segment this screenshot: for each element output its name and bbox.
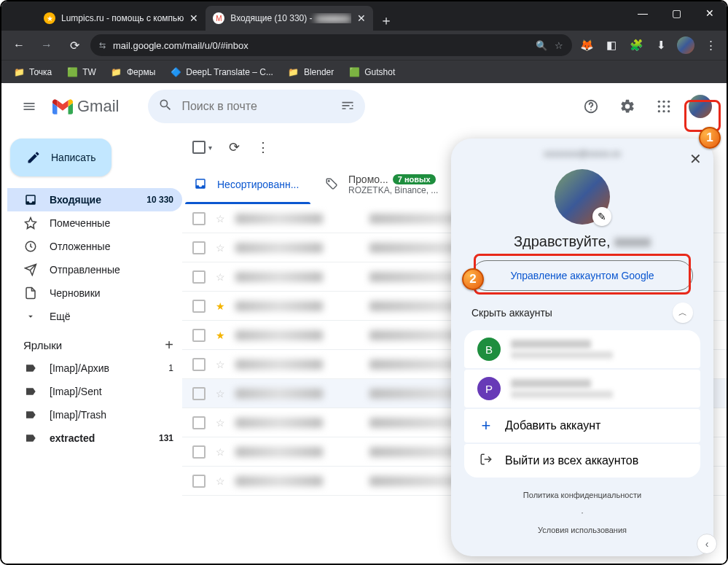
compose-button[interactable]: Написать: [10, 139, 111, 176]
privacy-link[interactable]: Политика конфиденциальности: [458, 486, 706, 504]
bookmark-item[interactable]: 📁Blender: [282, 63, 340, 81]
star-icon[interactable]: ☆: [216, 242, 225, 254]
mail-checkbox[interactable]: [192, 445, 206, 459]
site-info-icon[interactable]: ⇆: [99, 41, 106, 50]
window-close[interactable]: ✕: [693, 1, 727, 24]
search-input[interactable]: [181, 100, 332, 113]
star-icon[interactable]: ★: [216, 300, 225, 312]
label-item[interactable]: [Imap]/Trash: [7, 403, 182, 426]
star-icon[interactable]: ☆: [216, 213, 225, 225]
sidebar-item-star[interactable]: Помеченные: [7, 211, 182, 235]
support-icon[interactable]: [576, 92, 606, 121]
refresh-icon[interactable]: ⟳: [227, 140, 241, 155]
search-in-page-icon[interactable]: 🔍: [536, 40, 547, 51]
sidebar-item-clock[interactable]: Отложенные: [7, 235, 182, 258]
omnibox[interactable]: ⇆ mail.google.com/mail/u/0/#inbox 🔍 ☆: [90, 34, 572, 56]
settings-gear-icon[interactable]: [613, 92, 642, 121]
window-minimize[interactable]: —: [626, 1, 659, 24]
bookmark-label: Gutshot: [364, 67, 395, 77]
bookmark-item[interactable]: 🔷DeepL Translate – С...: [164, 63, 279, 81]
account-avatar[interactable]: [686, 92, 715, 121]
browser-tab-1[interactable]: M Входящие (10 330) - ✕: [206, 6, 373, 31]
ext-generic-icon[interactable]: ◧: [601, 35, 622, 55]
mail-checkbox[interactable]: [192, 416, 206, 429]
close-popup-icon[interactable]: ✕: [689, 150, 702, 168]
bookmark-item[interactable]: 🟩TW: [60, 63, 102, 81]
nav-reload-icon[interactable]: ⟳: [63, 34, 86, 57]
mail-checkbox[interactable]: [192, 270, 206, 284]
bookmark-icon: 📁: [288, 66, 300, 78]
gmail-brand-text: Gmail: [77, 97, 119, 116]
star-icon[interactable]: ☆: [216, 417, 225, 429]
mail-checkbox[interactable]: [192, 358, 206, 371]
downloads-icon[interactable]: ⬇: [651, 35, 671, 55]
profile-avatar-browser[interactable]: [676, 35, 696, 55]
more-icon: [23, 309, 38, 324]
mail-sender: [235, 447, 359, 457]
add-account-row[interactable]: + Добавить аккаунт: [464, 409, 700, 443]
search-bar[interactable]: [148, 90, 365, 123]
extensions-icon[interactable]: 🧩: [626, 35, 646, 55]
star-icon[interactable]: ☆: [216, 446, 225, 458]
other-account-row[interactable]: В: [464, 330, 700, 368]
mail-checkbox[interactable]: [192, 212, 206, 225]
select-all-checkbox[interactable]: [192, 141, 206, 154]
mail-checkbox[interactable]: [192, 387, 206, 400]
sidebar-item-more[interactable]: Ещё: [7, 305, 182, 328]
hide-accounts-toggle[interactable]: Скрыть аккаунты ︿: [458, 291, 706, 330]
sidebar-item-inbox[interactable]: Входящие 10 330: [7, 188, 182, 211]
manage-account-button[interactable]: Управление аккаунтом Google: [471, 260, 693, 291]
tab-promotions[interactable]: Промо... 7 новых ROZETKA, Binance, ...: [313, 165, 450, 204]
close-tab-icon[interactable]: ✕: [357, 12, 366, 24]
label-item[interactable]: [Imap]/Архив 1: [7, 356, 182, 380]
label-item[interactable]: [Imap]/Sent: [7, 380, 182, 403]
star-icon[interactable]: ★: [216, 330, 225, 341]
edit-photo-icon[interactable]: ✎: [592, 207, 611, 226]
mail-checkbox[interactable]: [192, 300, 206, 313]
select-dropdown-icon[interactable]: ▾: [208, 144, 212, 152]
svg-point-6: [662, 105, 665, 107]
sign-out-row[interactable]: Выйти из всех аккаунтов: [464, 444, 700, 478]
star-icon[interactable]: ☆: [216, 271, 225, 283]
label-text: [Imap]/Sent: [50, 386, 102, 397]
more-actions-icon[interactable]: ⋮: [256, 140, 270, 155]
scroll-indicator-icon[interactable]: ‹: [697, 534, 717, 554]
mail-checkbox[interactable]: [192, 241, 206, 254]
mail-checkbox[interactable]: [192, 329, 206, 342]
mail-checkbox[interactable]: [192, 475, 206, 488]
gmail-logo[interactable]: Gmail: [52, 97, 141, 116]
search-options-icon[interactable]: [340, 98, 355, 115]
add-label-icon[interactable]: +: [165, 337, 173, 354]
new-tab-button[interactable]: ＋: [376, 10, 396, 31]
browser-tab-0[interactable]: ★ Lumpics.ru - помощь с компью ✕: [36, 6, 206, 31]
bookmark-item[interactable]: 🟩Gutshot: [343, 63, 401, 81]
window-maximize[interactable]: ▢: [659, 1, 693, 24]
nav-back-icon[interactable]: ←: [7, 34, 31, 57]
nav-forward-icon[interactable]: →: [35, 34, 58, 57]
sidebar-item-draft[interactable]: Черновики: [7, 281, 182, 305]
star-icon[interactable]: ☆: [216, 388, 225, 400]
bookmark-label: TW: [82, 67, 96, 77]
profile-picture[interactable]: ✎: [555, 169, 610, 225]
bookmark-item[interactable]: 📁Фермы: [105, 63, 161, 81]
svg-point-3: [662, 100, 665, 102]
account-footer: Политика конфиденциальности · Условия ис…: [458, 478, 706, 539]
bookmark-star-icon[interactable]: ☆: [555, 40, 563, 51]
star-icon[interactable]: ☆: [216, 475, 225, 487]
bookmark-icon: 🟩: [66, 66, 78, 78]
label-count: 131: [159, 433, 173, 443]
close-tab-icon[interactable]: ✕: [189, 12, 198, 24]
sidebar-item-send[interactable]: Отправленные: [7, 258, 182, 281]
tab-title: Lumpics.ru - помощь с компью: [61, 13, 184, 23]
tab-primary[interactable]: Несортированн...: [182, 165, 313, 204]
svg-point-5: [658, 105, 660, 107]
star-icon[interactable]: ☆: [216, 359, 225, 370]
bookmark-item[interactable]: 📁Точка: [7, 63, 58, 81]
ext-metamask-icon[interactable]: 🦊: [576, 35, 597, 55]
label-item[interactable]: extracted 131: [7, 426, 182, 450]
tos-link[interactable]: Условия использования: [458, 521, 706, 539]
browser-menu-icon[interactable]: ⋮: [700, 35, 721, 55]
main-menu-icon[interactable]: [13, 90, 45, 122]
google-apps-icon[interactable]: [649, 92, 678, 121]
other-account-row[interactable]: P: [464, 370, 700, 408]
